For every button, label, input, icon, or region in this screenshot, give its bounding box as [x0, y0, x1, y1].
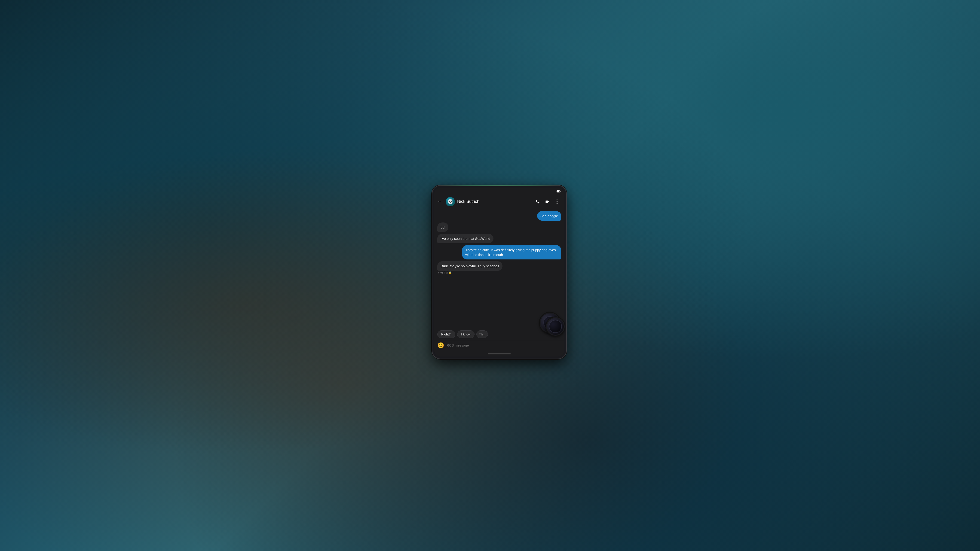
compose-bar: 😊 RCS message	[434, 340, 565, 351]
app-header: ← 💀 Nick Sutrich	[434, 195, 565, 208]
quick-reply-chip[interactable]: I know	[457, 330, 474, 338]
message-row: Lol	[437, 222, 561, 232]
phone-body: ← 💀 Nick Sutrich	[432, 186, 566, 359]
phone-top-edge	[437, 186, 562, 186]
more-icon	[557, 199, 557, 204]
emoji-icon: 😊	[437, 342, 444, 348]
quick-reply-chip-partial[interactable]: Th...	[476, 330, 488, 338]
quick-reply-chip[interactable]: Right?!	[437, 330, 455, 338]
avatar-image: 💀	[445, 197, 455, 206]
message-row: They're so cute. It was definitely givin…	[437, 245, 561, 259]
message-bubble: Sea doggie	[537, 211, 561, 221]
contact-name[interactable]: Nick Sutrich	[457, 199, 531, 204]
message-row: Sea doggie	[437, 211, 561, 221]
status-bar	[434, 188, 565, 195]
message-row: I've only seen them at SeaWorld	[437, 234, 561, 243]
message-row: Dude they're so playful. Truly seadogs 6…	[437, 261, 561, 274]
contact-avatar: 💀	[445, 197, 455, 206]
emoji-button[interactable]: 😊	[437, 342, 444, 349]
message-bubble: Dude they're so playful. Truly seadogs	[437, 261, 503, 271]
call-button[interactable]	[533, 197, 542, 206]
svg-point-1	[557, 201, 557, 202]
battery-icon	[557, 191, 560, 192]
avatar-emoji-icon: 💀	[447, 199, 453, 205]
svg-point-0	[557, 199, 557, 200]
more-options-button[interactable]	[553, 197, 561, 206]
camera-module	[540, 313, 566, 338]
header-actions	[533, 197, 561, 206]
video-call-button[interactable]	[543, 197, 552, 206]
message-bubble: I've only seen them at SeaWorld	[437, 234, 493, 243]
home-indicator	[434, 351, 565, 356]
compose-placeholder: RCS message	[447, 343, 469, 347]
home-bar	[488, 354, 511, 354]
phone-icon	[535, 199, 540, 204]
status-icons	[557, 191, 560, 192]
back-button[interactable]: ←	[436, 198, 443, 205]
camera-lens-secondary	[546, 317, 565, 336]
phone-device: ← 💀 Nick Sutrich	[432, 186, 566, 359]
message-list: Sea doggie Lol I've only seen them at Se…	[434, 208, 565, 329]
video-icon	[545, 199, 550, 204]
lock-icon: 🔒	[449, 271, 452, 274]
svg-point-2	[557, 203, 557, 204]
message-bubble: They're so cute. It was definitely givin…	[462, 245, 561, 259]
compose-input[interactable]: RCS message	[447, 343, 561, 347]
message-timestamp: 6:08 PM 🔒	[437, 271, 452, 274]
message-bubble: Lol	[437, 222, 449, 232]
